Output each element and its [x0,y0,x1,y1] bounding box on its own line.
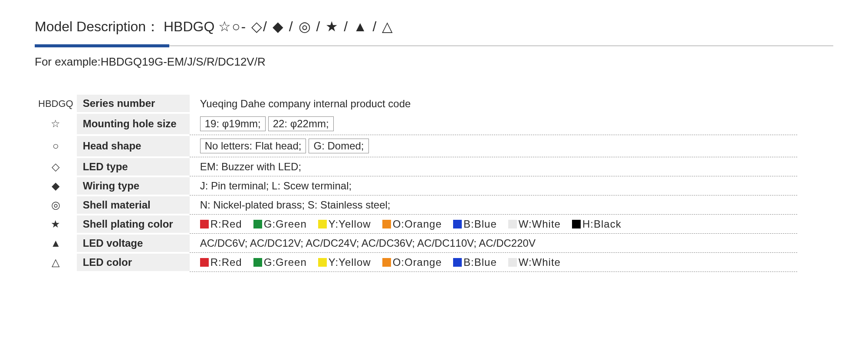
divider [35,44,833,47]
row-value-text: Yueqing Dahe company internal product co… [200,98,411,109]
row-symbol [35,157,77,176]
sym-diamond-filled-icon [52,180,59,192]
color-swatch [453,258,462,267]
row-value-text: J: Pin terminal; L: Scew terminal; [200,180,352,192]
color-option: B:Blue [453,256,497,268]
row-symbol [35,135,77,157]
color-option: R:Red [200,256,242,268]
table-row: Shell plating colorR:RedG:GreenY:YellowO… [35,215,797,234]
table-row: Head shapeNo letters: Flat head;G: Domed… [35,135,797,157]
title-label: Model Description： [35,19,160,34]
color-swatch [453,220,462,228]
row-symbol [35,195,77,215]
color-swatch [572,220,581,228]
color-label: R:Red [210,218,242,230]
color-label: Y:Yellow [329,256,371,268]
color-option: H:Black [572,218,621,230]
color-label: Y:Yellow [329,218,371,230]
divider-line [169,46,833,46]
sym-star-filled-icon [51,218,60,230]
boxed-option: G: Domed; [309,139,368,153]
row-symbol [35,234,77,253]
row-label: Series number [77,95,190,113]
table-row: Shell materialN: Nickel-plated brass; S:… [35,195,797,215]
table-row: HBDGQSeries numberYueqing Dahe company i… [35,95,797,113]
color-swatch [200,220,209,228]
color-option: W:White [508,218,561,230]
row-value-text: AC/DC6V; AC/DC12V; AC/DC24V; AC/DC36V; A… [200,237,536,249]
color-label: O:Orange [393,218,442,230]
color-label: G:Green [264,218,307,230]
color-option: G:Green [253,256,307,268]
color-swatch [508,220,517,228]
color-option: R:Red [200,218,242,230]
table-row: Mounting hole size19: φ19mm;22: φ22mm; [35,113,797,135]
row-symbol [35,113,77,135]
sym-star-outline-icon [51,118,60,129]
sym-diamond-outline-icon [52,161,59,172]
color-label: G:Green [264,256,307,268]
color-label: R:Red [210,256,242,268]
row-symbol [35,253,77,272]
color-option: W:White [508,256,561,268]
boxed-option: No letters: Flat head; [200,139,306,153]
color-option: B:Blue [453,218,497,230]
color-label: H:Black [582,218,621,230]
color-option: Y:Yellow [318,218,371,230]
sym-triangle-filled-icon [50,237,61,249]
divider-accent [35,44,169,47]
table-row: LED colorR:RedG:GreenY:YellowO:OrangeB:B… [35,253,797,272]
page-title: Model Description： HBDGQ ☆○- ◇/ ◆ / ◎ / … [35,17,833,36]
color-swatch [382,258,391,267]
color-option: O:Orange [382,218,442,230]
sym-circle-outline-icon [53,140,59,152]
row-value: R:RedG:GreenY:YellowO:OrangeB:BlueW:Whit… [190,253,797,272]
color-label: B:Blue [464,256,497,268]
boxed-option: 22: φ22mm; [268,116,334,131]
title-code-prefix: HBDGQ [164,19,214,34]
color-option: G:Green [253,218,307,230]
row-value: N: Nickel-plated brass; S: Stainless ste… [190,195,797,215]
row-value-text: N: Nickel-plated brass; S: Stainless ste… [200,199,391,211]
boxed-option: 19: φ19mm; [200,116,266,131]
row-value: AC/DC6V; AC/DC12V; AC/DC24V; AC/DC36V; A… [190,234,797,253]
spec-table: HBDGQSeries numberYueqing Dahe company i… [35,95,797,273]
row-value: R:RedG:GreenY:YellowO:OrangeB:BlueW:Whit… [190,215,797,234]
row-label: LED color [77,253,190,272]
table-row: LED typeEM: Buzzer with LED; [35,157,797,176]
row-label: Wiring type [77,176,190,195]
row-label: Mounting hole size [77,113,190,135]
color-swatch [508,258,517,267]
color-label: W:White [519,218,561,230]
row-value: 19: φ19mm;22: φ22mm; [190,113,797,135]
color-swatch [253,220,262,228]
example-text: For example:HBDGQ19G-EM/J/S/R/DC12V/R [35,55,833,69]
color-swatch [253,258,262,267]
color-option: Y:Yellow [318,256,371,268]
row-label: LED type [77,157,190,176]
color-swatch [200,258,209,267]
row-label: Shell material [77,195,190,215]
sym-triangle-outline-icon [52,256,59,268]
color-label: B:Blue [464,218,497,230]
row-value: Yueqing Dahe company internal product co… [190,95,797,113]
row-value-text: EM: Buzzer with LED; [200,161,301,172]
row-value: EM: Buzzer with LED; [190,157,797,176]
color-swatch [382,220,391,228]
sym-double-circle-icon [51,199,60,211]
table-row: LED voltageAC/DC6V; AC/DC12V; AC/DC24V; … [35,234,797,253]
row-label: Shell plating color [77,215,190,234]
color-label: W:White [519,256,561,268]
color-swatch [318,258,327,267]
row-label: LED voltage [77,234,190,253]
title-symbols: ☆○- ◇/ ◆ / ◎ / ★ / ▲ / △ [218,19,394,34]
row-value: No letters: Flat head;G: Domed; [190,135,797,157]
row-value: J: Pin terminal; L: Scew terminal; [190,176,797,195]
row-label: Head shape [77,135,190,157]
color-label: O:Orange [393,256,442,268]
row-symbol [35,176,77,195]
row-symbol [35,215,77,234]
color-swatch [318,220,327,228]
table-row: Wiring typeJ: Pin terminal; L: Scew term… [35,176,797,195]
row-symbol: HBDGQ [35,95,77,113]
